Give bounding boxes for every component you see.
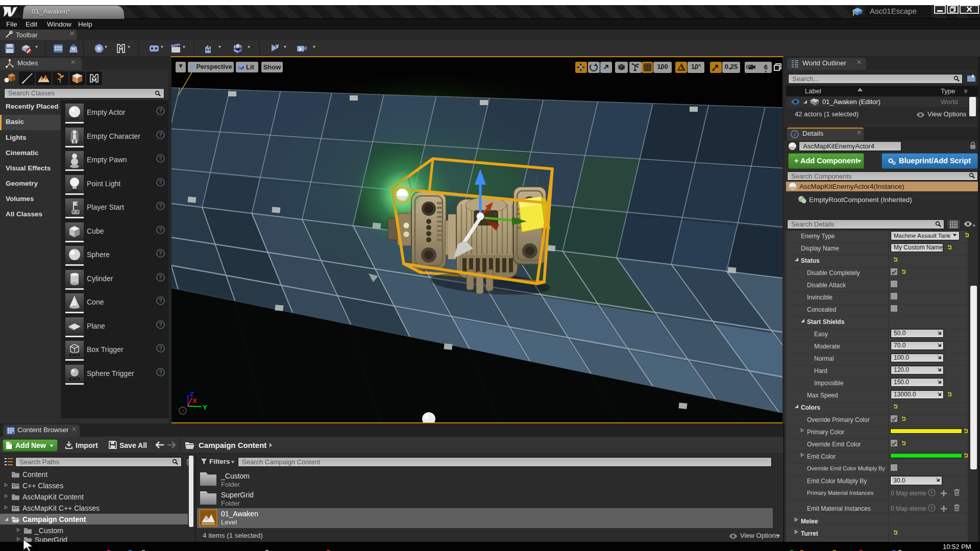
svg-text:?: ? [930,506,933,511]
svg-text:?: ? [159,369,162,375]
svg-text:?: ? [159,108,162,114]
svg-text:?: ? [159,227,162,233]
svg-text:?: ? [159,132,162,138]
svg-text:?: ? [159,203,162,209]
svg-text:Y: Y [203,404,207,411]
svg-text:?: ? [159,180,162,185]
svg-text:?: ? [159,345,162,351]
svg-text:i: i [794,132,796,137]
svg-text:?: ? [159,274,162,280]
svg-text:?: ? [181,409,184,414]
svg-text:X: X [192,397,197,405]
svg-text:?: ? [159,298,162,304]
svg-text:?: ? [930,490,933,495]
svg-text:?: ? [159,322,162,328]
svg-text:?: ? [159,251,162,256]
svg-text:?: ? [159,156,162,161]
